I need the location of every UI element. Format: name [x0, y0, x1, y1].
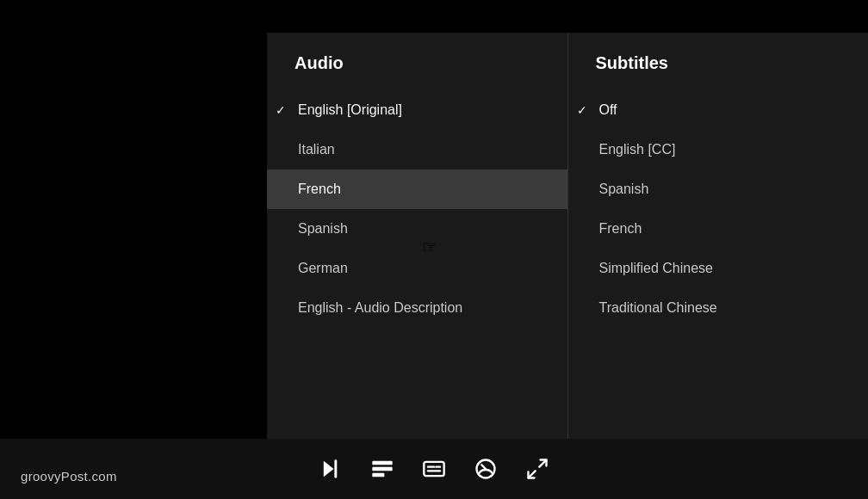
audio-item-label: German: [298, 261, 348, 276]
audio-item-label: English - Audio Description: [298, 300, 462, 316]
subtitles-item-spanish[interactable]: Spanish: [568, 169, 869, 209]
subtitles-item-label: Off: [599, 102, 617, 118]
speed-icon[interactable]: [474, 457, 498, 481]
svg-rect-3: [372, 467, 392, 471]
subtitles-item-label: Simplified Chinese: [599, 261, 714, 276]
svg-marker-0: [324, 461, 334, 477]
episodes-icon[interactable]: [370, 457, 394, 481]
audio-item-spanish[interactable]: Spanish: [267, 209, 567, 249]
watermark: groovyPost.com: [21, 469, 117, 484]
audio-item-label: Spanish: [298, 221, 348, 237]
audio-item-label: Italian: [298, 142, 335, 157]
subtitles-item-label: English [CC]: [599, 142, 676, 157]
audio-item-label: English [Original]: [298, 102, 402, 118]
svg-rect-4: [372, 473, 384, 477]
svg-rect-2: [372, 461, 392, 465]
subtitles-item-label: Traditional Chinese: [599, 300, 717, 316]
subtitles-item-off[interactable]: ✓ Off: [568, 90, 869, 130]
check-icon: ✓: [276, 103, 286, 117]
audio-item-label: French: [298, 182, 341, 197]
subtitles-item-french[interactable]: French: [568, 209, 869, 249]
audio-item-english-original[interactable]: ✓ English [Original]: [267, 90, 567, 130]
audio-item-italian[interactable]: Italian: [267, 130, 567, 169]
subtitles-section: Subtitles ✓ Off English [CC] Spanish Fre…: [568, 33, 869, 499]
subtitles-item-label: Spanish: [599, 182, 649, 197]
svg-rect-5: [424, 462, 443, 476]
av-panel: Audio ✓ English [Original] Italian Frenc…: [267, 33, 868, 499]
audio-section: Audio ✓ English [Original] Italian Frenc…: [267, 33, 568, 499]
toolbar: [0, 439, 868, 499]
audio-item-german[interactable]: German: [267, 249, 567, 288]
subtitles-item-english-cc[interactable]: English [CC]: [568, 130, 869, 169]
audio-title: Audio: [267, 53, 567, 90]
check-icon: ✓: [577, 103, 587, 117]
subtitles-item-simplified-chinese[interactable]: Simplified Chinese: [568, 249, 869, 288]
fullscreen-icon[interactable]: [525, 457, 549, 481]
subtitles-cc-icon[interactable]: [422, 457, 446, 481]
audio-item-french[interactable]: French: [267, 169, 567, 209]
subtitles-item-traditional-chinese[interactable]: Traditional Chinese: [568, 288, 869, 328]
skip-next-icon[interactable]: [319, 457, 343, 481]
subtitles-title: Subtitles: [568, 53, 869, 90]
audio-item-audio-description[interactable]: English - Audio Description: [267, 288, 567, 328]
subtitles-item-label: French: [599, 221, 642, 237]
